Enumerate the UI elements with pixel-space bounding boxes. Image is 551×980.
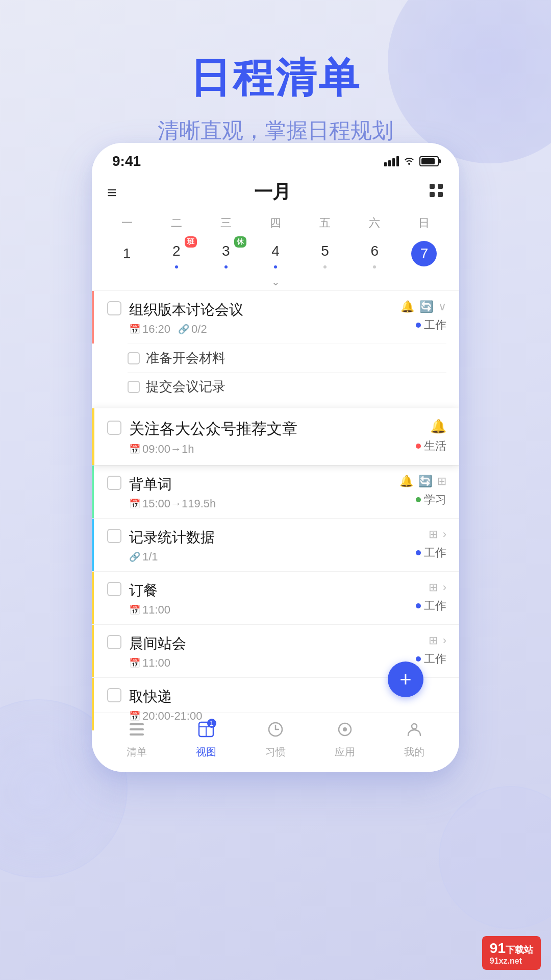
task-tag-4: 工作 [416, 545, 446, 560]
task-tag-5: 工作 [416, 598, 446, 614]
bell-icon-2[interactable]: 🔔 [430, 419, 446, 434]
week-day-thu: 四 [251, 212, 300, 234]
date-2-dot [175, 265, 178, 268]
dates-row: 1 班 2 休 3 4 5 6 7 [92, 234, 459, 273]
date-2[interactable]: 班 2 [152, 236, 201, 271]
nav-item-view[interactable]: 1 视图 [196, 721, 216, 759]
battery-icon [419, 156, 439, 166]
sub-checkbox-1-1[interactable] [128, 352, 140, 364]
watermark-text: 91下载站 [490, 940, 533, 957]
week-day-wed: 三 [201, 212, 251, 234]
date-4-dot [274, 265, 277, 268]
svg-rect-4 [130, 723, 144, 725]
task-border-2 [92, 408, 94, 465]
task-checkbox-3[interactable] [107, 476, 121, 490]
fab-add-button[interactable]: + [388, 662, 423, 697]
task-checkbox-4[interactable] [107, 529, 121, 543]
task-title-5: 订餐 [129, 581, 406, 600]
menu-icon[interactable]: ≡ [107, 184, 117, 201]
date-1[interactable]: 1 [102, 239, 152, 268]
nav-item-habit[interactable]: 习惯 [265, 721, 286, 759]
task-right-3: 🔔 🔄 ⊞ 学习 [399, 475, 446, 507]
square-icon-5[interactable]: ⊞ [429, 581, 438, 594]
refresh-icon-3[interactable]: 🔄 [418, 475, 432, 488]
nav-icon-app [337, 721, 353, 742]
week-day-mon: 一 [102, 212, 152, 234]
nav-label-list: 清单 [127, 745, 147, 759]
task-tag-1: 工作 [416, 317, 446, 333]
sub-task-1-1[interactable]: 准备开会材料 [128, 344, 446, 372]
chevron-icon-6[interactable]: › [443, 634, 446, 647]
nav-item-app[interactable]: 应用 [335, 721, 355, 759]
nav-item-list[interactable]: 清单 [127, 721, 147, 759]
task-right-4: ⊞ › 工作 [406, 528, 446, 560]
status-time: 9:41 [112, 153, 141, 169]
sub-tasks-1: 准备开会材料 提交会议记录 [92, 344, 459, 408]
svg-rect-6 [130, 733, 144, 736]
task-title-2: 关注各大公众号推荐文章 [129, 419, 406, 439]
task-content-5: 订餐 📅 11:00 [129, 581, 406, 617]
date-7[interactable]: 7 [399, 239, 449, 268]
task-item-5[interactable]: 订餐 📅 11:00 ⊞ › 工作 [92, 571, 459, 624]
task-checkbox-7[interactable] [107, 688, 121, 702]
date-3[interactable]: 休 3 [201, 236, 251, 271]
task-item-3[interactable]: 背单词 📅 15:00→119.5h 🔔 🔄 ⊞ 学习 [92, 465, 459, 518]
task-content-1: 组织版本讨论会议 📅 16:20 🔗 0/2 [129, 300, 400, 336]
sub-task-title-1-2: 提交会议记录 [146, 378, 226, 396]
fab-plus-icon: + [399, 669, 411, 690]
grid-icon[interactable] [429, 183, 444, 202]
expand-icon-1[interactable]: ∨ [438, 300, 446, 313]
bell-icon-1[interactable]: 🔔 [400, 300, 414, 313]
task-checkbox-5[interactable] [107, 582, 121, 596]
task-title-7: 取快递 [129, 687, 406, 706]
wifi-icon [403, 155, 415, 168]
svg-point-13 [412, 724, 417, 729]
task-checkbox-2[interactable] [107, 421, 121, 435]
sub-task-1-2[interactable]: 提交会议记录 [128, 372, 446, 401]
task-item-1[interactable]: 组织版本讨论会议 📅 16:20 🔗 0/2 🔔 🔄 ∨ 工作 [92, 290, 459, 344]
nav-icon-habit [267, 721, 284, 742]
nav-icon-list [129, 721, 145, 742]
square-icon-4[interactable]: ⊞ [429, 528, 438, 541]
refresh-icon-1[interactable]: 🔄 [419, 300, 433, 313]
sub-task-title-1-1: 准备开会材料 [146, 349, 226, 367]
date-5[interactable]: 5 [300, 236, 350, 271]
svg-rect-0 [430, 184, 435, 189]
watermark: 91下载站 91xz.net [482, 936, 541, 970]
chevron-icon-4[interactable]: › [443, 528, 446, 541]
task-item-4[interactable]: 记录统计数据 🔗 1/1 ⊞ › 工作 [92, 518, 459, 571]
task-meta-6: 📅 11:00 [129, 656, 406, 670]
svg-rect-3 [438, 192, 443, 197]
task-checkbox-6[interactable] [107, 635, 121, 649]
week-day-sat: 六 [350, 212, 399, 234]
date-6-dot [373, 265, 376, 268]
date-4[interactable]: 4 [251, 236, 300, 271]
task-border-4 [92, 519, 94, 571]
nav-item-mine[interactable]: 我的 [404, 721, 424, 759]
month-title: 一月 [254, 180, 291, 205]
calendar-header: ≡ 一月 [92, 175, 459, 212]
task-content-7: 取快递 📅 20:00-21:00 [129, 687, 406, 723]
square-icon-3[interactable]: ⊞ [437, 475, 446, 488]
task-checkbox-1[interactable] [107, 301, 121, 315]
task-card-expanded-2[interactable]: 关注各大公众号推荐文章 📅 09:00→1h 🔔 生活 [92, 408, 459, 465]
task-border-3 [92, 465, 94, 518]
task-content-2: 关注各大公众号推荐文章 📅 09:00→1h [129, 419, 406, 456]
nav-icon-mine [406, 721, 422, 742]
date-5-dot [323, 265, 327, 268]
task-border-5 [92, 572, 94, 624]
date-6[interactable]: 6 [350, 236, 399, 271]
chevron-icon-5[interactable]: › [443, 581, 446, 594]
sub-checkbox-1-2[interactable] [128, 381, 140, 393]
task-title-4: 记录统计数据 [129, 528, 406, 547]
square-icon-6[interactable]: ⊞ [429, 634, 438, 647]
status-bar: 9:41 [92, 143, 459, 175]
task-right-2: 🔔 生活 [406, 419, 446, 454]
expand-arrow[interactable]: ⌄ [92, 273, 459, 290]
task-meta-1: 📅 16:20 🔗 0/2 [129, 323, 400, 336]
week-headers: 一 二 三 四 五 六 日 [92, 212, 459, 234]
task-border-7 [92, 678, 94, 730]
phone-mockup: 9:41 ≡ 一月 [92, 143, 459, 772]
bell-icon-3[interactable]: 🔔 [399, 475, 413, 488]
svg-point-12 [343, 727, 347, 731]
